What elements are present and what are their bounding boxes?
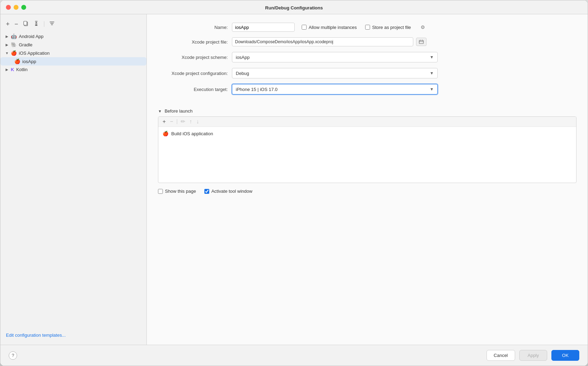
before-launch-header[interactable]: ▼ Before launch <box>158 108 576 114</box>
xcode-scheme-arrow-icon: ▼ <box>430 55 434 60</box>
ok-button[interactable]: OK <box>551 350 579 361</box>
main-panel: Name: Allow multiple instances Store as … <box>147 14 588 345</box>
build-ios-label: Build iOS application <box>171 131 213 136</box>
edit-templates-link[interactable]: Edit configuration templates... <box>6 333 66 338</box>
before-launch-panel: + − ✏ ↑ ↓ 🍎 Build iOS application <box>158 116 576 183</box>
bottom-bar: ? Cancel Apply OK <box>0 345 588 366</box>
xcode-scheme-value: iosApp <box>236 55 250 60</box>
store-as-project-file-checkbox[interactable]: Store as project file <box>365 25 411 30</box>
remove-config-button[interactable]: − <box>13 20 20 28</box>
sidebar-item-kotlin[interactable]: ▶ K Kotlin <box>0 66 146 74</box>
sidebar: + − <box>0 14 147 345</box>
before-launch-toolbar: + − ✏ ↑ ↓ <box>158 117 576 127</box>
xcode-config-dropdown[interactable]: Debug ▼ <box>232 68 438 78</box>
xcode-project-file-input[interactable] <box>232 37 413 46</box>
execution-target-row: Execution target: iPhone 15 | iOS 17.0 ▼ <box>158 84 576 94</box>
execution-target-dropdown[interactable]: iPhone 15 | iOS 17.0 ▼ <box>232 84 438 94</box>
dialog-title: Run/Debug Configurations <box>265 5 323 10</box>
xcode-config-arrow-icon: ▼ <box>430 71 434 76</box>
activate-tool-window-input[interactable] <box>204 189 209 194</box>
checkbox-group: Allow multiple instances Store as projec… <box>302 24 425 30</box>
sidebar-item-ios-application[interactable]: ▼ 🍎 iOS Application <box>0 49 146 57</box>
copy-config-button[interactable] <box>22 20 30 28</box>
cancel-button[interactable]: Cancel <box>487 350 515 361</box>
sidebar-toolbar: + − <box>0 17 146 32</box>
path-input-row <box>232 37 427 46</box>
allow-multiple-instances-label: Allow multiple instances <box>309 25 357 30</box>
xcode-project-file-row: Xcode project file: <box>158 37 576 46</box>
show-this-page-input[interactable] <box>158 189 163 194</box>
build-ios-icon: 🍎 <box>163 131 168 136</box>
chevron-right-icon: ▶ <box>5 35 9 38</box>
store-as-project-file-input[interactable] <box>365 25 370 30</box>
sidebar-footer: Edit configuration templates... <box>0 328 146 342</box>
close-button[interactable] <box>6 5 11 10</box>
chevron-down-icon: ▼ <box>5 51 9 55</box>
execution-target-label: Execution target: <box>158 87 228 92</box>
xcode-project-scheme-row: Xcode project scheme: iosApp ▼ <box>158 52 576 62</box>
activate-tool-window-label: Activate tool window <box>211 189 252 194</box>
iosapp-icon: 🍎 <box>14 59 20 64</box>
store-as-project-file-label: Store as project file <box>372 25 411 30</box>
name-row: Name: Allow multiple instances Store as … <box>158 23 576 32</box>
sidebar-item-android-app[interactable]: ▶ 🤖 Android App <box>0 32 146 40</box>
sort-config-button[interactable] <box>48 20 56 28</box>
xcode-config-value: Debug <box>236 71 249 76</box>
iosapp-label: iosApp <box>22 59 36 64</box>
ios-app-icon: 🍎 <box>11 50 17 56</box>
minimize-button[interactable] <box>14 5 18 10</box>
show-this-page-label: Show this page <box>165 189 196 194</box>
kotlin-icon: K <box>11 67 14 72</box>
bl-edit-button[interactable]: ✏ <box>180 119 186 124</box>
execution-target-arrow-icon: ▼ <box>430 87 434 92</box>
footer-checkboxes: Show this page Activate tool window <box>158 183 576 197</box>
before-launch-title: Before launch <box>165 108 193 114</box>
maximize-button[interactable] <box>21 5 26 10</box>
allow-multiple-instances-input[interactable] <box>302 25 307 30</box>
bl-add-button[interactable]: + <box>162 119 166 124</box>
sidebar-item-iosapp[interactable]: 🍎 iosApp <box>0 57 146 66</box>
activate-tool-window-checkbox[interactable]: Activate tool window <box>204 189 252 194</box>
execution-target-value: iPhone 15 | iOS 17.0 <box>236 87 278 92</box>
bl-down-button[interactable]: ↓ <box>196 119 200 124</box>
gear-icon[interactable]: ⚙ <box>421 24 425 30</box>
apply-button[interactable]: Apply <box>519 350 547 361</box>
move-config-button[interactable] <box>32 20 40 28</box>
browse-button[interactable] <box>416 38 427 46</box>
window-controls <box>6 5 26 10</box>
bl-separator <box>177 119 177 124</box>
content-area: + − <box>0 14 588 345</box>
before-launch-chevron-icon: ▼ <box>158 109 162 113</box>
run-debug-configurations-dialog: Run/Debug Configurations + − <box>0 0 588 366</box>
svg-rect-1 <box>24 21 27 25</box>
xcode-project-file-label: Xcode project file: <box>158 39 228 45</box>
gradle-label: Gradle <box>19 42 32 47</box>
gradle-icon: 🐘 <box>11 42 17 47</box>
android-icon: 🤖 <box>11 33 17 39</box>
toolbar-separator <box>44 21 44 27</box>
xcode-scheme-dropdown[interactable]: iosApp ▼ <box>232 52 438 62</box>
svg-rect-2 <box>419 40 423 44</box>
xcode-project-scheme-label: Xcode project scheme: <box>158 55 228 60</box>
xcode-project-config-label: Xcode project configuration: <box>158 71 228 76</box>
add-config-button[interactable]: + <box>5 20 11 28</box>
allow-multiple-instances-checkbox[interactable]: Allow multiple instances <box>302 25 357 30</box>
android-app-label: Android App <box>19 34 44 39</box>
before-launch-list: 🍎 Build iOS application <box>158 127 576 183</box>
chevron-right-icon: ▶ <box>5 68 9 71</box>
bl-up-button[interactable]: ↑ <box>189 119 193 124</box>
before-launch-section: ▼ Before launch + − ✏ ↑ ↓ 🍎 <box>158 108 576 345</box>
sidebar-item-gradle[interactable]: ▶ 🐘 Gradle <box>0 40 146 49</box>
title-bar: Run/Debug Configurations <box>0 0 588 14</box>
bl-remove-button[interactable]: − <box>169 119 174 124</box>
kotlin-label: Kotlin <box>16 67 28 72</box>
chevron-right-icon: ▶ <box>5 43 9 47</box>
xcode-project-config-row: Xcode project configuration: Debug ▼ <box>158 68 576 78</box>
name-input[interactable] <box>232 23 295 32</box>
help-button[interactable]: ? <box>9 351 17 360</box>
list-item[interactable]: 🍎 Build iOS application <box>158 129 576 138</box>
name-label: Name: <box>158 25 228 30</box>
ios-application-label: iOS Application <box>19 51 50 56</box>
show-this-page-checkbox[interactable]: Show this page <box>158 189 196 194</box>
